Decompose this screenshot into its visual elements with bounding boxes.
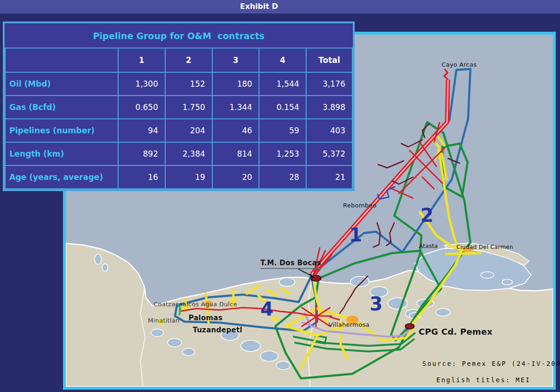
cell: 46 bbox=[212, 119, 259, 142]
col-header-1: 1 bbox=[118, 48, 165, 72]
label-tuzandepetl: Tuzandepetl bbox=[193, 326, 242, 334]
cell: 94 bbox=[118, 119, 165, 142]
group1-number: 1 bbox=[349, 224, 362, 246]
label-atasta: Atasta bbox=[419, 243, 438, 249]
col-header-2: 2 bbox=[165, 48, 212, 72]
exhibit-slide: Exhibit D bbox=[0, 0, 560, 392]
cell: 3.898 bbox=[306, 96, 352, 119]
row-label-pipelines: Pipelines (number) bbox=[5, 119, 118, 142]
label-cpg-cd-pemex: CPG Cd. Pemex bbox=[419, 327, 493, 337]
cell: 2,384 bbox=[165, 142, 212, 165]
cell: 1,300 bbox=[118, 72, 165, 96]
cell: 59 bbox=[259, 119, 306, 142]
exhibit-title: Exhibit D bbox=[0, 2, 518, 11]
top-title-bar: Exhibit D bbox=[0, 0, 560, 14]
label-cayo-arcas: Cayo Arcas bbox=[441, 61, 477, 68]
label-tm-dos-bocas: T.M. Dos Bocas bbox=[260, 259, 321, 269]
col-header-blank bbox=[5, 48, 118, 72]
row-label-age: Age (years, average) bbox=[5, 165, 118, 189]
row-label-gas: Gas (Bcfd) bbox=[5, 96, 118, 119]
cell: 1.750 bbox=[165, 96, 212, 119]
cell: 152 bbox=[165, 72, 212, 96]
table-header-row: 1 2 3 4 Total bbox=[5, 48, 352, 72]
table-row: Gas (Bcfd) 0.650 1.750 1.344 0.154 3.898 bbox=[5, 96, 352, 119]
col-header-4: 4 bbox=[259, 48, 306, 72]
label-palomas: Palomas bbox=[189, 314, 223, 322]
table-row: Pipelines (number) 94 204 46 59 403 bbox=[5, 119, 352, 142]
cell: 16 bbox=[118, 165, 165, 189]
table-row: Length (km) 892 2,384 814 1,253 5,372 bbox=[5, 142, 352, 165]
label-coatzacoalcos-agua-dulce: Coatzacoalcos Agua Dulce bbox=[154, 301, 237, 308]
english-titles-note: English titles: MEI bbox=[436, 376, 531, 384]
cell: 403 bbox=[306, 119, 352, 142]
cell: 204 bbox=[165, 119, 212, 142]
label-minatitlan: Minatitlán bbox=[148, 317, 180, 324]
pipeline-group-table: Pipeline Group for O&M contracts 1 2 3 4… bbox=[3, 21, 355, 191]
col-header-3: 3 bbox=[212, 48, 259, 72]
cell: 3,176 bbox=[306, 72, 352, 96]
cell: 1,253 bbox=[259, 142, 306, 165]
col-header-total: Total bbox=[306, 48, 352, 72]
cell: 0.154 bbox=[259, 96, 306, 119]
cell: 28 bbox=[259, 165, 306, 189]
group2-number: 2 bbox=[420, 205, 434, 226]
cell: 0.650 bbox=[118, 96, 165, 119]
label-villahermosa: Villahermosa bbox=[329, 321, 370, 328]
group3-number: 3 bbox=[370, 293, 383, 315]
group4-number: 4 bbox=[260, 298, 273, 320]
cpg-cd-pemex-marker bbox=[405, 323, 414, 329]
label-ciudad-del-carmen: Ciudad Del Carmen bbox=[456, 244, 513, 250]
cell: 814 bbox=[212, 142, 259, 165]
cell: 21 bbox=[306, 165, 352, 189]
cell: 5,372 bbox=[306, 142, 352, 165]
table-row: Age (years, average) 16 19 20 28 21 bbox=[5, 165, 352, 189]
cell: 180 bbox=[212, 72, 259, 96]
cell: 1,544 bbox=[259, 72, 306, 96]
cell: 20 bbox=[212, 165, 259, 189]
row-label-oil: Oil (Mbd) bbox=[5, 72, 118, 96]
row-label-length: Length (km) bbox=[5, 142, 118, 165]
cell: 1.344 bbox=[212, 96, 259, 119]
cell: 19 bbox=[165, 165, 212, 189]
table-title: Pipeline Group for O&M contracts bbox=[5, 23, 353, 48]
label-rebombeo: Rebombeo bbox=[343, 202, 377, 209]
cell: 892 bbox=[118, 142, 165, 165]
source-note: Source: Pemex E&P (24-IV-2006) bbox=[422, 360, 560, 367]
table-row: Oil (Mbd) 1,300 152 180 1,544 3,176 bbox=[5, 72, 352, 96]
